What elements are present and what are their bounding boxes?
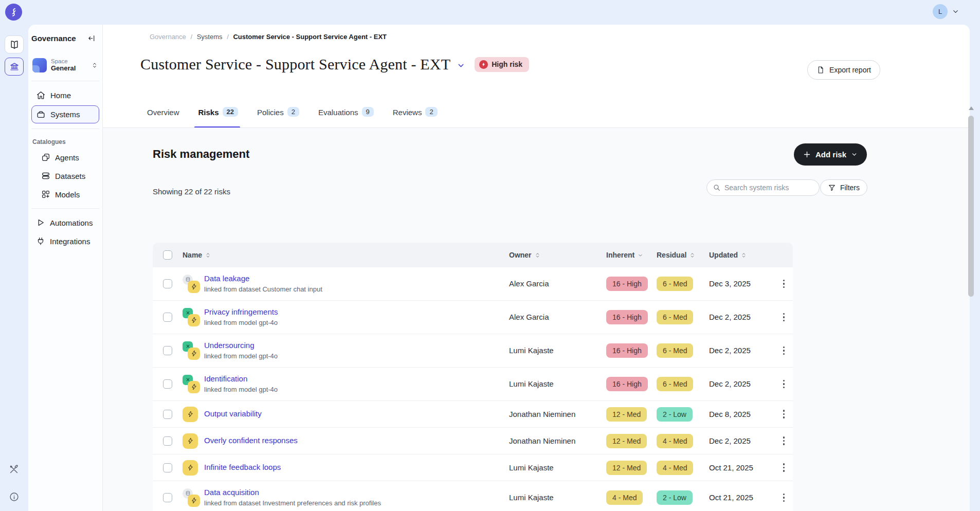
account-chevron-down-icon[interactable] bbox=[952, 8, 959, 15]
title-dropdown-button[interactable] bbox=[457, 59, 465, 70]
collapse-sidebar-button[interactable] bbox=[87, 34, 96, 43]
column-header-owner[interactable]: Owner bbox=[509, 251, 606, 259]
sidebar-item-label: Models bbox=[55, 190, 80, 199]
risk-linked-source: linked from model gpt-4o bbox=[204, 385, 278, 394]
row-checkbox[interactable] bbox=[163, 436, 172, 446]
app-logo[interactable] bbox=[5, 4, 22, 21]
sidebar-item-models[interactable]: Models bbox=[37, 186, 99, 203]
breadcrumb-systems[interactable]: Systems bbox=[197, 33, 223, 41]
risk-name-link[interactable]: Undersourcing bbox=[204, 340, 278, 351]
sidebar: Governance Space General Home bbox=[28, 25, 103, 511]
row-checkbox[interactable] bbox=[163, 493, 172, 502]
column-header-inherent[interactable]: Inherent bbox=[606, 251, 657, 259]
add-risk-button[interactable]: Add risk bbox=[794, 143, 867, 166]
residual-risk-badge: 2 - Low bbox=[657, 490, 693, 505]
tab-overview[interactable]: Overview bbox=[147, 104, 179, 128]
updated-date: Oct 21, 2025 bbox=[709, 493, 753, 502]
user-avatar[interactable]: L bbox=[933, 4, 948, 19]
section-heading: Risk management bbox=[153, 148, 249, 161]
sidebar-title: Governance bbox=[31, 34, 76, 43]
table-header-row: Name Owner Inherent Residual bbox=[153, 243, 793, 267]
updated-date: Dec 2, 2025 bbox=[709, 313, 751, 321]
admin-tools-button[interactable] bbox=[7, 463, 21, 476]
risk-bolt-icon bbox=[183, 433, 198, 449]
sort-icon bbox=[205, 252, 211, 259]
chevron-up-down-icon bbox=[91, 62, 98, 69]
risk-name-link[interactable]: Infinite feedback loops bbox=[204, 462, 281, 472]
owner-name: Jonathan Nieminen bbox=[509, 436, 575, 445]
space-name: General bbox=[51, 65, 87, 72]
table-row: Data acquisition linked from dataset Inv… bbox=[153, 481, 793, 511]
row-actions-menu-button[interactable] bbox=[781, 408, 787, 421]
owner-name: Lumi Kajaste bbox=[509, 346, 554, 355]
row-checkbox[interactable] bbox=[163, 279, 172, 288]
library-rail-button[interactable] bbox=[5, 35, 24, 53]
risk-bolt-icon bbox=[188, 281, 200, 293]
row-checkbox[interactable] bbox=[163, 410, 172, 419]
document-icon bbox=[816, 66, 825, 74]
risk-type-icon bbox=[183, 308, 200, 326]
sidebar-item-systems[interactable]: Systems bbox=[31, 105, 99, 123]
inherent-risk-badge: 16 - High bbox=[606, 343, 648, 358]
tab-count-badge: 2 bbox=[425, 107, 437, 117]
row-actions-menu-button[interactable] bbox=[781, 491, 787, 504]
home-icon bbox=[36, 90, 46, 100]
risk-name-link[interactable]: Overly confident responses bbox=[204, 435, 298, 446]
risk-table: Name Owner Inherent Residual bbox=[153, 243, 793, 511]
governance-rail-button[interactable] bbox=[5, 58, 24, 76]
column-header-residual[interactable]: Residual bbox=[657, 251, 709, 259]
sidebar-item-automations[interactable]: Automations bbox=[31, 214, 99, 231]
bank-icon bbox=[9, 62, 20, 72]
tab-policies[interactable]: Policies 2 bbox=[257, 104, 299, 128]
risk-name-link[interactable]: Output variability bbox=[204, 409, 262, 419]
row-actions-menu-button[interactable] bbox=[781, 461, 787, 474]
inherent-risk-badge: 16 - High bbox=[606, 310, 648, 324]
scroll-up-button[interactable] bbox=[969, 106, 974, 110]
residual-risk-badge: 6 - Med bbox=[657, 377, 693, 391]
search-icon bbox=[713, 184, 721, 192]
column-header-name[interactable]: Name bbox=[183, 251, 509, 259]
risk-name-link[interactable]: Privacy infringements bbox=[204, 307, 278, 317]
tab-bar: Overview Risks 22 Policies 2 Evaluations… bbox=[147, 104, 438, 128]
tab-reviews[interactable]: Reviews 2 bbox=[393, 104, 438, 128]
sidebar-item-integrations[interactable]: Integrations bbox=[31, 232, 99, 250]
row-actions-menu-button[interactable] bbox=[781, 311, 787, 324]
filters-button[interactable]: Filters bbox=[820, 179, 867, 196]
row-actions-menu-button[interactable] bbox=[781, 378, 787, 391]
help-info-button[interactable] bbox=[7, 490, 21, 503]
sidebar-item-home[interactable]: Home bbox=[31, 86, 99, 104]
risk-management-section: Risk management Add risk Showing 22 of 2… bbox=[103, 128, 970, 511]
column-header-updated[interactable]: Updated bbox=[709, 251, 775, 259]
risk-name-link[interactable]: Identification bbox=[204, 374, 278, 384]
main-panel: Governance Space General Home bbox=[28, 25, 970, 511]
breadcrumb-governance[interactable]: Governance bbox=[150, 33, 186, 41]
results-count: Showing 22 of 22 risks bbox=[153, 187, 230, 196]
row-checkbox[interactable] bbox=[163, 313, 172, 322]
export-report-button[interactable]: Export report bbox=[807, 60, 880, 80]
divider bbox=[31, 81, 99, 81]
tab-risks[interactable]: Risks 22 bbox=[198, 104, 239, 128]
breadcrumb-current: Customer Service - Support Service Agent… bbox=[233, 33, 387, 41]
row-actions-menu-button[interactable] bbox=[781, 278, 787, 290]
risk-name-link[interactable]: Data leakage bbox=[204, 273, 322, 284]
tab-evaluations[interactable]: Evaluations 9 bbox=[318, 104, 374, 128]
row-checkbox[interactable] bbox=[163, 379, 172, 389]
owner-name: Lumi Kajaste bbox=[509, 463, 554, 472]
updated-date: Dec 2, 2025 bbox=[709, 436, 751, 445]
risk-name-link[interactable]: Data acquisition bbox=[204, 487, 381, 498]
space-selector[interactable]: Space General bbox=[30, 55, 100, 76]
row-checkbox[interactable] bbox=[163, 463, 172, 472]
scrollbar-thumb[interactable] bbox=[968, 116, 974, 297]
row-actions-menu-button[interactable] bbox=[781, 344, 787, 357]
row-checkbox[interactable] bbox=[163, 346, 172, 355]
row-actions-menu-button[interactable] bbox=[781, 434, 787, 447]
search-input[interactable] bbox=[706, 179, 820, 196]
select-all-checkbox[interactable] bbox=[163, 250, 172, 260]
risk-linked-source: linked from dataset Customer chat input bbox=[204, 285, 322, 294]
sidebar-item-agents[interactable]: Agents bbox=[37, 149, 99, 166]
sort-icon bbox=[740, 252, 747, 259]
sidebar-item-datasets[interactable]: Datasets bbox=[37, 167, 99, 185]
icon-rail bbox=[0, 25, 28, 511]
owner-name: Alex Garcia bbox=[509, 279, 549, 288]
scrollbar bbox=[967, 105, 976, 486]
